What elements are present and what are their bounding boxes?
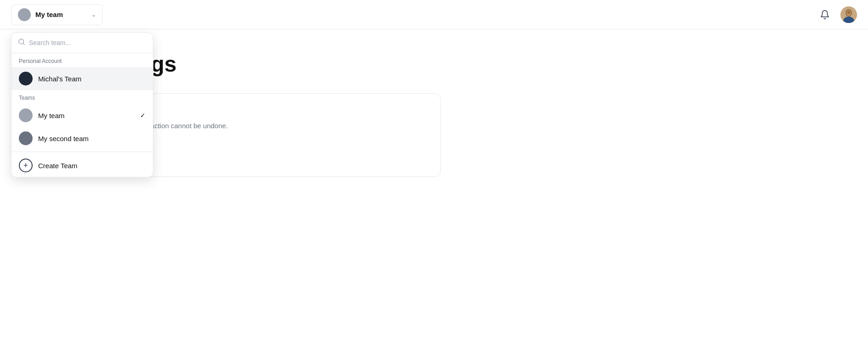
search-input[interactable]: [29, 39, 147, 46]
svg-line-6: [23, 43, 24, 45]
avatar[interactable]: [840, 6, 857, 23]
team-selector-name: My team: [35, 11, 63, 18]
michal-team-name: Michal's Team: [38, 75, 81, 83]
michal-team-item[interactable]: Michal's Team: [11, 67, 153, 90]
my-team-item[interactable]: My team ✓: [11, 104, 153, 127]
bell-icon[interactable]: [817, 6, 833, 23]
plus-icon: +: [19, 159, 33, 172]
team-dropdown: Personal Account Michal's Team Teams My …: [11, 32, 153, 177]
create-team-label: Create Team: [38, 162, 78, 170]
divider: [11, 152, 153, 152]
team-selector[interactable]: My team ⌄: [11, 4, 103, 25]
my-second-team-avatar: [19, 131, 33, 145]
svg-point-4: [847, 11, 851, 14]
header-right: [817, 6, 857, 23]
check-icon: ✓: [140, 112, 146, 119]
teams-section-label: Teams: [11, 90, 153, 104]
header: My team ⌄: [0, 0, 868, 29]
team-avatar: [18, 8, 31, 21]
search-icon: [18, 38, 25, 47]
my-second-team-name: My second team: [38, 135, 89, 142]
team-selector-left: My team: [18, 8, 63, 21]
my-team-name: My team: [38, 112, 65, 119]
search-container: [11, 33, 153, 53]
my-second-team-item[interactable]: My second team: [11, 127, 153, 150]
michal-team-avatar: [19, 72, 33, 85]
chevron-down-icon: ⌄: [91, 11, 96, 18]
personal-account-label: Personal Account: [11, 53, 153, 67]
create-team-item[interactable]: + Create Team: [11, 154, 153, 177]
header-left: My team ⌄: [11, 4, 103, 25]
my-team-avatar: [19, 108, 33, 122]
